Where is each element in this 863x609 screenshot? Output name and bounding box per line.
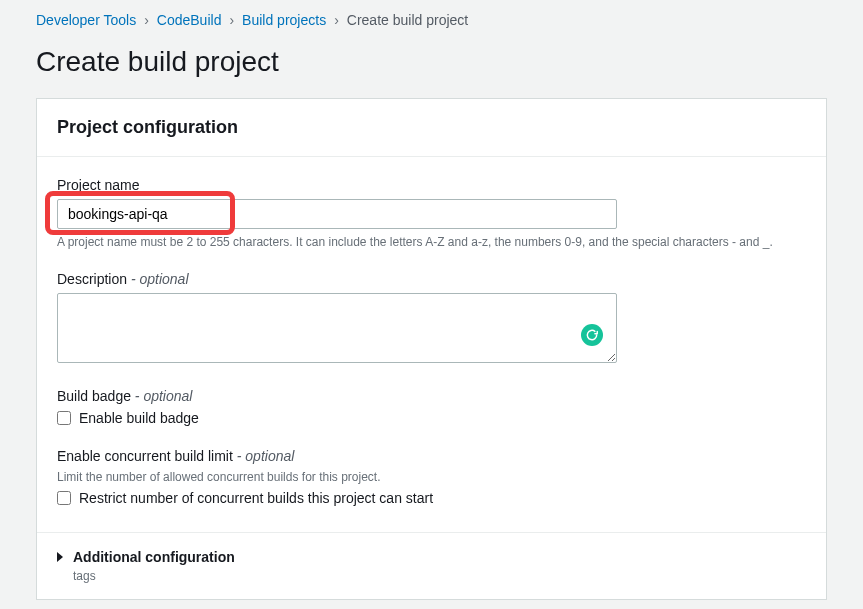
chevron-right-icon: › [334,12,339,28]
project-name-input[interactable] [57,199,617,229]
additional-configuration-title: Additional configuration [73,549,235,565]
additional-configuration-section: Additional configuration tags [37,532,826,599]
breadcrumb-current: Create build project [347,12,468,28]
description-label: Description - optional [57,271,806,287]
breadcrumb-link-build-projects[interactable]: Build projects [242,12,326,28]
concurrent-build-field: Enable concurrent build limit - optional… [57,448,806,506]
project-configuration-panel: Project configuration Project name A pro… [36,98,827,600]
enable-build-badge-checkbox-label[interactable]: Enable build badge [79,410,199,426]
description-textarea[interactable] [57,293,617,363]
build-badge-label: Build badge - optional [57,388,806,404]
project-name-field: Project name A project name must be 2 to… [57,177,806,249]
concurrent-build-label: Enable concurrent build limit - optional [57,448,806,464]
chevron-right-icon: › [229,12,234,28]
restrict-concurrent-checkbox-label[interactable]: Restrict number of concurrent builds thi… [79,490,433,506]
enable-build-badge-checkbox[interactable] [57,411,71,425]
additional-configuration-toggle[interactable]: Additional configuration [57,549,806,565]
project-name-hint: A project name must be 2 to 255 characte… [57,235,806,249]
project-name-label: Project name [57,177,806,193]
breadcrumb-link-codebuild[interactable]: CodeBuild [157,12,222,28]
breadcrumb: Developer Tools › CodeBuild › Build proj… [36,12,827,28]
concurrent-build-hint: Limit the number of allowed concurrent b… [57,470,806,484]
caret-right-icon [57,552,63,562]
chevron-right-icon: › [144,12,149,28]
panel-title: Project configuration [57,117,806,138]
page-title: Create build project [36,46,827,78]
build-badge-field: Build badge - optional Enable build badg… [57,388,806,426]
description-field: Description - optional [57,271,806,366]
restrict-concurrent-checkbox[interactable] [57,491,71,505]
breadcrumb-link-developer-tools[interactable]: Developer Tools [36,12,136,28]
additional-configuration-sub: tags [73,569,806,583]
